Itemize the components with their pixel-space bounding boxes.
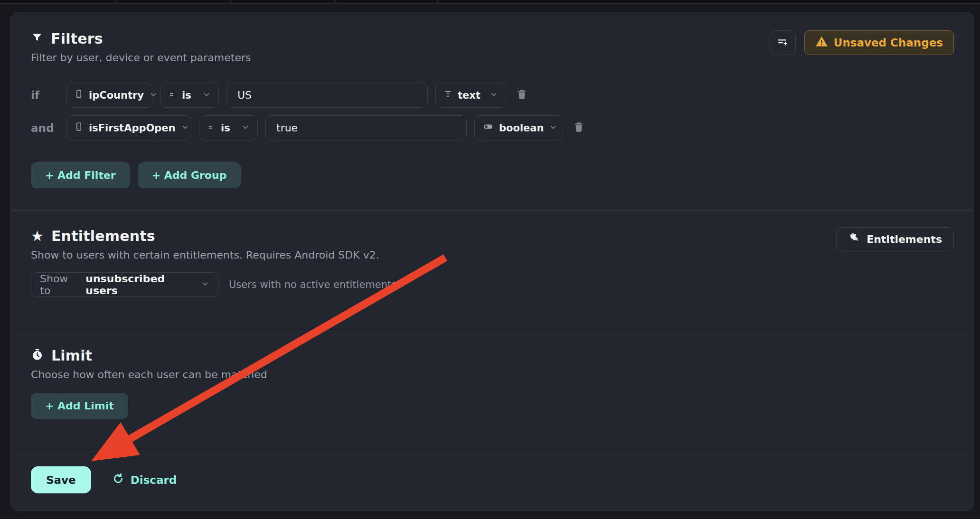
operator-dropdown[interactable]: is: [160, 83, 219, 108]
boolean-toggle-icon: [482, 121, 494, 135]
equals-icon: [168, 90, 177, 101]
field-label: ipCountry: [89, 90, 144, 101]
field-dropdown[interactable]: ipCountry: [66, 83, 152, 108]
conjunction-label: if: [31, 89, 66, 102]
text-type-icon: [443, 90, 452, 101]
limit-subtitle: Choose how often each user can be matche…: [31, 369, 954, 380]
operator-dropdown[interactable]: is: [199, 115, 258, 140]
chevron-down-icon: [149, 90, 158, 101]
top-edge-columns: [0, 0, 980, 4]
trash-icon: [516, 88, 528, 102]
filter-row: if ipCountry is: [31, 83, 954, 108]
discard-label: Discard: [131, 474, 177, 486]
footer-actions: Save Discard: [11, 450, 974, 511]
unsaved-changes-badge: Unsaved Changes: [804, 30, 954, 55]
unsaved-changes-label: Unsaved Changes: [834, 37, 943, 49]
entitlements-subtitle: Show to users with certain entitlements.…: [31, 249, 954, 261]
chevron-down-icon: [201, 279, 209, 290]
field-dropdown[interactable]: isFirstAppOpen: [66, 115, 191, 140]
field-label: isFirstAppOpen: [89, 122, 176, 134]
star-icon: ★: [31, 229, 44, 243]
device-phone-icon: [74, 122, 84, 134]
limit-section: Limit Choose how often each user can be …: [11, 328, 974, 450]
entitlements-section: ★ Entitlements Show to users with certai…: [11, 211, 974, 328]
add-filter-button[interactable]: + Add Filter: [31, 162, 130, 188]
filter-sparkle-button[interactable]: [771, 30, 796, 55]
discard-button[interactable]: Discard: [112, 466, 177, 493]
operator-label: is: [221, 122, 230, 134]
chevron-down-icon: [241, 122, 250, 134]
add-limit-button[interactable]: + Add Limit: [31, 393, 128, 419]
show-to-label: Show to: [40, 273, 80, 297]
filters-section: Filters Filter by user, device or event …: [11, 12, 974, 211]
limit-title: Limit: [51, 347, 92, 364]
conjunction-label: and: [31, 122, 66, 134]
equals-icon: [207, 122, 216, 134]
show-to-caption: Users with no active entitlements: [229, 279, 396, 290]
gear-icon: [848, 232, 860, 247]
entitlements-button-label: Entitlements: [867, 233, 942, 245]
chevron-down-icon: [549, 122, 557, 134]
device-phone-icon: [74, 89, 84, 101]
filters-subtitle: Filter by user, device or event paramete…: [31, 52, 251, 64]
value-type-dropdown[interactable]: text: [435, 83, 506, 108]
chevron-down-icon: [202, 90, 211, 101]
filter-value-input[interactable]: [265, 115, 467, 140]
trash-icon: [573, 121, 585, 135]
filters-title: Filters: [51, 30, 103, 47]
stopwatch-icon: [31, 348, 44, 363]
delete-filter-button[interactable]: [571, 119, 587, 137]
discard-refresh-icon: [112, 473, 124, 487]
chevron-down-icon: [490, 90, 498, 101]
filter-value-input[interactable]: [226, 83, 428, 108]
entitlements-settings-button[interactable]: Entitlements: [836, 227, 954, 251]
show-to-dropdown[interactable]: Show to unsubscribed users: [31, 272, 218, 297]
value-type-dropdown[interactable]: boolean: [474, 115, 563, 140]
add-group-button[interactable]: + Add Group: [138, 162, 241, 188]
value-type-label: text: [458, 90, 481, 101]
show-to-value: unsubscribed users: [85, 273, 195, 297]
operator-label: is: [182, 90, 191, 101]
save-button[interactable]: Save: [31, 466, 91, 493]
filter-sparkle-icon: [776, 36, 790, 50]
audience-settings-card: Filters Filter by user, device or event …: [10, 12, 974, 511]
filter-funnel-icon: [31, 32, 43, 46]
chevron-down-icon: [181, 122, 189, 134]
warning-triangle-icon: [815, 35, 828, 50]
entitlements-title: Entitlements: [51, 228, 155, 244]
filter-row: and isFirstAppOpen is: [31, 115, 954, 140]
value-type-label: boolean: [499, 122, 544, 134]
delete-filter-button[interactable]: [514, 86, 530, 104]
